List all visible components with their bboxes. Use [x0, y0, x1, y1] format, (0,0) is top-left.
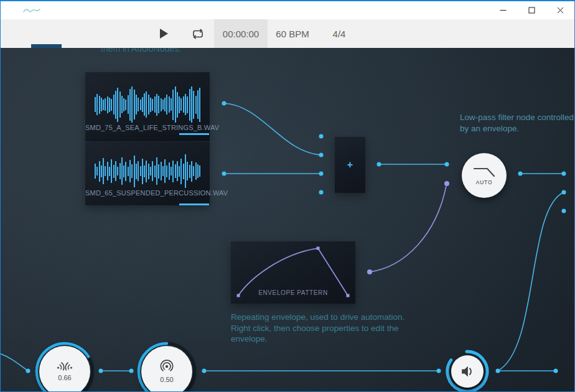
- link-edge-gain[interactable]: [1, 353, 28, 371]
- port-dot[interactable]: [129, 369, 134, 373]
- port-dot[interactable]: [554, 369, 558, 373]
- port-dot[interactable]: [496, 369, 500, 373]
- envelope-caption: Repeating envelope, used to drive automa…: [231, 312, 404, 345]
- port-dot[interactable]: [99, 369, 103, 373]
- bpm-display[interactable]: 60 BPM: [268, 19, 317, 48]
- link-wave1-mixer[interactable]: [224, 103, 321, 155]
- link-right-speaker[interactable]: [498, 192, 564, 371]
- close-button[interactable]: [546, 1, 574, 19]
- low-pass-filter-icon: [472, 166, 497, 179]
- audionodes-logo: [23, 6, 40, 17]
- playback-progress-bar: [179, 133, 209, 135]
- speaker-output-node[interactable]: [451, 355, 484, 388]
- playback-progress-bar: [179, 203, 209, 205]
- minimize-button[interactable]: [489, 1, 517, 19]
- app-window: 00:00:00 60 BPM 4/4: [0, 0, 575, 392]
- gain-value: 0.66: [58, 374, 71, 381]
- audio-file-name: SMD_75_A_SEA_LIFE_STRINGS_B.WAV: [85, 124, 210, 131]
- envelope-pattern-node[interactable]: ENVELOPE PATTERN: [231, 241, 355, 304]
- envelope-pattern-label: ENVELOPE PATTERN: [231, 289, 355, 296]
- port-dot[interactable]: [562, 209, 566, 213]
- port-dot[interactable]: [319, 134, 324, 139]
- play-icon: [160, 29, 168, 39]
- window-controls: [489, 1, 574, 19]
- loop-icon: [192, 29, 204, 39]
- auto-badge: AUTO: [476, 179, 493, 185]
- hint-text-top: them in AudioNodes.: [101, 48, 181, 55]
- plus-icon: +: [347, 160, 353, 170]
- port-dot[interactable]: [319, 153, 324, 157]
- transport-toolbar: 00:00:00 60 BPM 4/4: [1, 19, 574, 48]
- port-dot[interactable]: [562, 172, 566, 176]
- audio-file-node-percussion[interactable]: SMD_65_SUSPENDED_PERCUSSION.WAV: [85, 142, 210, 205]
- mixer-node[interactable]: +: [335, 137, 365, 193]
- port-dot[interactable]: [222, 172, 227, 176]
- port-dot-automation[interactable]: [367, 269, 372, 274]
- speaker-icon: [458, 362, 477, 381]
- waveform-display: [95, 86, 200, 123]
- port-dot[interactable]: [202, 369, 207, 373]
- port-dot[interactable]: [377, 162, 381, 167]
- low-pass-filter-node[interactable]: AUTO: [462, 153, 507, 198]
- time-signature-display[interactable]: 4/4: [317, 19, 361, 48]
- audio-file-node-strings[interactable]: SMD_75_A_SEA_LIFE_STRINGS_B.WAV: [85, 72, 210, 141]
- port-dot[interactable]: [26, 369, 30, 373]
- port-dot[interactable]: [437, 369, 441, 373]
- time-display[interactable]: 00:00:00: [214, 19, 268, 48]
- gain-node[interactable]: 0.66: [39, 346, 90, 391]
- gain-icon: [55, 362, 74, 373]
- loop-button[interactable]: [182, 19, 214, 48]
- port-dot[interactable]: [319, 190, 324, 195]
- port-dot[interactable]: [319, 172, 324, 176]
- pan-value: 0.50: [160, 376, 173, 383]
- filter-caption: Low-pass filter node controlled by an en…: [460, 112, 574, 134]
- maximize-button[interactable]: [517, 1, 546, 19]
- node-canvas[interactable]: them in AudioNodes. SMD_75_A_SEA_LIFE_ST…: [1, 48, 574, 391]
- audio-file-name: SMD_65_SUSPENDED_PERCUSSION.WAV: [85, 189, 210, 197]
- port-dot[interactable]: [562, 190, 566, 195]
- waveform-display: [95, 153, 200, 189]
- port-dot-automation[interactable]: [444, 181, 449, 186]
- port-dot[interactable]: [445, 162, 449, 167]
- link-envelope-filter[interactable]: [370, 186, 446, 272]
- play-button[interactable]: [146, 19, 182, 48]
- pan-node[interactable]: 0.50: [141, 346, 192, 391]
- envelope-handle[interactable]: [317, 247, 320, 250]
- pan-icon: [159, 360, 174, 375]
- port-dot[interactable]: [222, 101, 227, 106]
- titlebar: [1, 1, 574, 19]
- port-dot[interactable]: [518, 172, 523, 176]
